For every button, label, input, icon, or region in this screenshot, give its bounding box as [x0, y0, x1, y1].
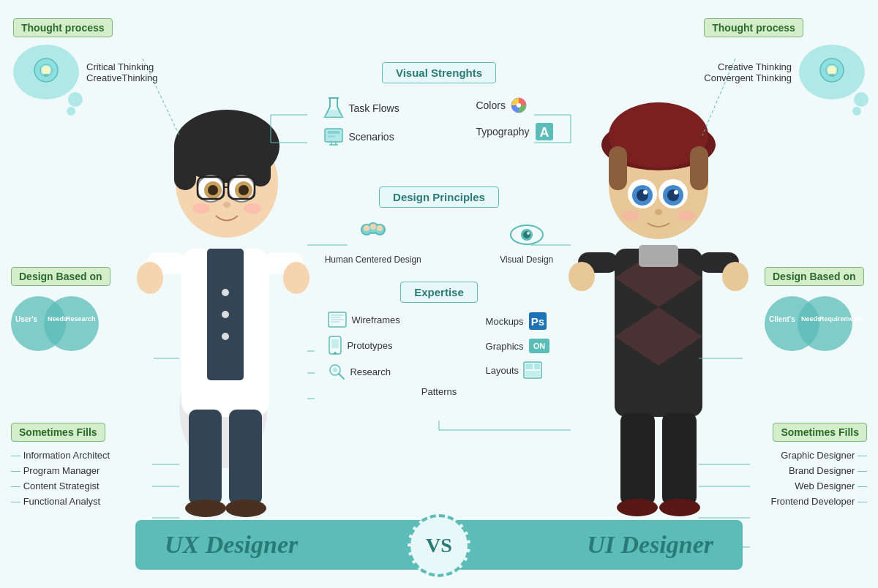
svg-text:ON: ON [533, 342, 545, 350]
right-fill-item-0: Graphic Designer [770, 448, 867, 463]
svg-rect-126 [525, 363, 533, 369]
svg-rect-36 [690, 146, 708, 190]
right-design-based: Design Based on Client's Needs Requireme… [765, 267, 867, 353]
left-thought-item-1: Critical Thinking [86, 61, 158, 72]
svg-rect-127 [534, 363, 540, 369]
svg-rect-12 [228, 177, 255, 199]
svg-point-20 [222, 311, 229, 318]
left-venn-mid: Needs [48, 315, 67, 323]
svg-point-8 [235, 181, 252, 199]
svg-point-45 [655, 209, 662, 215]
svg-point-16 [244, 203, 261, 214]
svg-rect-54 [662, 413, 697, 505]
vs-circle: VS [408, 514, 470, 577]
svg-point-33 [609, 102, 708, 168]
visual-strengths-section: Visual Strenghts Task Flows [285, 62, 593, 146]
svg-point-19 [222, 289, 229, 296]
svg-point-21 [222, 333, 229, 340]
left-sometimes-title: Sometimes Fills [11, 423, 105, 442]
svg-point-40 [663, 185, 683, 206]
left-fill-item-1: Program Manager [11, 463, 110, 478]
svg-point-24 [137, 262, 163, 294]
svg-point-103 [364, 225, 369, 231]
vs-label: VS [426, 534, 452, 557]
svg-point-109 [527, 232, 530, 235]
page: Thought process Critical Thinking Creati… [0, 0, 878, 588]
svg-point-0 [179, 351, 267, 468]
left-fill-item-2: Content Strategist [11, 478, 110, 494]
right-fill-list: Graphic Designer Brand Designer Web Desi… [770, 448, 867, 509]
left-venn-right: Research [66, 315, 96, 323]
right-venn-mid: Needs [801, 315, 821, 323]
svg-point-14 [223, 202, 230, 208]
left-venn: User's Needs Research [11, 295, 113, 353]
right-venn: Client's Needs Requirements [765, 295, 867, 353]
expertise-left: Wireframes Prototypes [328, 312, 399, 380]
right-design-title: Design Based on [765, 267, 864, 286]
left-fill-list: Information Architect Program Manager Co… [11, 448, 110, 509]
svg-rect-30 [615, 249, 702, 417]
svg-rect-26 [189, 410, 222, 505]
svg-point-55 [617, 499, 658, 516]
svg-rect-48 [639, 245, 678, 267]
svg-point-2 [174, 110, 279, 183]
right-venn-right: Requirements [819, 315, 863, 323]
left-thought-item-2: CreativeThinking [86, 72, 158, 83]
vs-typography: Typography [476, 126, 529, 137]
svg-point-42 [667, 189, 679, 201]
svg-line-120 [339, 374, 344, 379]
svg-point-31 [609, 134, 708, 239]
exp-layouts: Layouts [486, 365, 519, 376]
svg-point-38 [658, 179, 688, 208]
svg-rect-4 [250, 139, 271, 186]
svg-text:A: A [539, 125, 549, 140]
svg-point-85 [828, 66, 836, 75]
expertise-right: Mockups Ps Graphics ON Layouts [486, 312, 550, 380]
svg-point-116 [334, 352, 337, 355]
svg-rect-22 [146, 252, 187, 274]
vs-scenarios: Scenarios [348, 131, 394, 143]
left-thought-process: Thought process Critical Thinking Creati… [13, 18, 158, 99]
svg-point-47 [678, 211, 695, 221]
left-design-based: Design Based on User's Needs Research [11, 267, 113, 353]
right-venn-left: Client's [769, 315, 795, 323]
svg-point-94 [517, 103, 521, 108]
right-brain-bubble [799, 45, 865, 99]
svg-point-6 [228, 176, 255, 202]
right-thought-item-1: Creative Thinking [704, 61, 792, 72]
left-thought-title: Thought process [13, 18, 113, 37]
ux-designer-label: UX Designer [165, 531, 298, 559]
expertise-title: Expertise [400, 282, 478, 303]
svg-point-1 [176, 128, 278, 238]
right-thought-title: Thought process [704, 18, 803, 37]
svg-point-44 [674, 190, 678, 195]
svg-point-41 [637, 189, 648, 201]
right-fill-item-2: Web Designer [770, 478, 867, 494]
svg-point-37 [628, 179, 657, 208]
visual-strengths-title: Visual Strenghts [382, 62, 496, 83]
svg-rect-88 [328, 131, 339, 134]
svg-point-46 [622, 211, 639, 221]
svg-point-32 [601, 119, 716, 170]
svg-point-9 [208, 185, 218, 195]
left-fill-item-0: Information Architect [11, 448, 110, 463]
svg-point-83 [42, 66, 50, 75]
right-thought-process: Thought process Creative Thinking Conver… [704, 18, 865, 99]
svg-point-119 [333, 368, 337, 372]
right-thought-items: Creative Thinking Convergent Thinking [704, 61, 792, 83]
svg-point-105 [377, 225, 383, 231]
svg-rect-35 [609, 146, 627, 190]
svg-rect-18 [207, 249, 244, 380]
svg-point-10 [239, 185, 249, 195]
svg-point-43 [643, 190, 648, 195]
svg-rect-117 [331, 339, 339, 348]
svg-point-56 [659, 499, 700, 516]
svg-text:Ps: Ps [530, 315, 544, 328]
left-design-title: Design Based on [11, 267, 110, 286]
svg-point-5 [198, 176, 224, 202]
dp-left: Human Centered Design [325, 221, 421, 265]
exp-graphics: Graphics [486, 341, 524, 352]
design-principles-title: Design Principles [379, 186, 499, 208]
right-thought-item-2: Convergent Thinking [704, 72, 792, 83]
exp-mockups: Mockups [486, 316, 524, 327]
